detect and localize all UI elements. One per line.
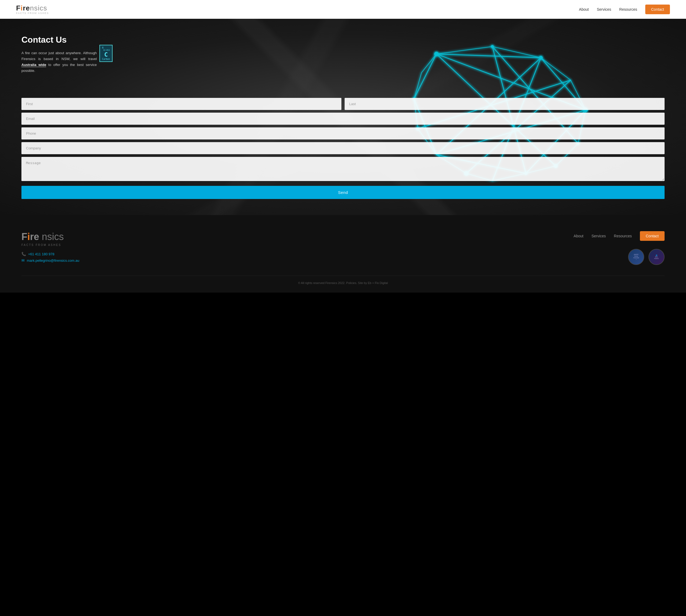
hero-section: Contact Us A fire can occur just about a… <box>0 19 686 215</box>
phone-icon: 📞 <box>21 252 26 256</box>
site-header: Firensics FACTS FROM ASHES About Service… <box>0 0 686 19</box>
company-row <box>21 142 665 154</box>
footer-nav-services[interactable]: Services <box>591 234 606 238</box>
footer-left: Fire nsics FACTS FROM ASHES 📞 +61 411 18… <box>21 231 79 265</box>
last-name-input[interactable] <box>345 98 665 110</box>
nav-about[interactable]: About <box>579 7 589 12</box>
hero-title: Contact Us <box>21 35 113 45</box>
phone-row <box>21 127 665 139</box>
footer-right: About Services Resources Contact ANZIFFS… <box>574 231 665 265</box>
footer-nav-contact-button[interactable]: Contact <box>640 231 665 241</box>
footer-phone-link[interactable]: +61 411 180 978 <box>28 252 54 256</box>
message-field <box>21 157 665 182</box>
footer-email-item: ✉ mark.pellegrino@firensics.com.au <box>21 258 79 263</box>
main-nav: About Services Resources Contact <box>579 4 670 14</box>
international-badge: 🌐INTLASSOC <box>648 249 665 265</box>
footer-bottom: © All rights reserved Firensics 2022. Po… <box>21 276 665 285</box>
carbon-element-badge: 6 12.011 C Carbon <box>99 45 113 62</box>
first-name-field <box>21 98 341 110</box>
footer-logo-fire: Fire <box>21 231 42 242</box>
nav-services[interactable]: Services <box>597 7 611 12</box>
footer-phone-item: 📞 +61 411 180 978 <box>21 252 79 256</box>
last-name-field <box>345 98 665 110</box>
footer-logo-nsics: nsics <box>42 231 64 242</box>
company-input[interactable] <box>21 142 665 154</box>
name-row <box>21 98 665 110</box>
footer-nav-resources[interactable]: Resources <box>614 234 632 238</box>
copyright-text: © All rights reserved Firensics 2022. Po… <box>298 281 388 285</box>
phone-input[interactable] <box>21 127 665 139</box>
email-row <box>21 113 665 125</box>
footer-top: Fire nsics FACTS FROM ASHES 📞 +61 411 18… <box>21 231 665 265</box>
first-name-input[interactable] <box>21 98 341 110</box>
message-textarea[interactable] <box>21 157 665 181</box>
hero-description: A fire can occur just about anywhere. Al… <box>21 50 97 74</box>
send-button[interactable]: Send <box>21 186 665 199</box>
email-field <box>21 113 665 125</box>
email-icon: ✉ <box>21 258 25 263</box>
logo-tagline: FACTS FROM ASHES <box>16 12 49 15</box>
footer-logo: Fire nsics FACTS FROM ASHES <box>21 231 79 246</box>
company-field <box>21 142 665 154</box>
email-input[interactable] <box>21 113 665 125</box>
phone-field <box>21 127 665 139</box>
nav-resources[interactable]: Resources <box>619 7 637 12</box>
site-footer: Fire nsics FACTS FROM ASHES 📞 +61 411 18… <box>0 215 686 292</box>
logo: Firensics FACTS FROM ASHES <box>16 4 49 15</box>
footer-nav-about[interactable]: About <box>574 234 584 238</box>
footer-tagline: FACTS FROM ASHES <box>21 243 79 246</box>
hero-content: Contact Us A fire can occur just about a… <box>0 19 134 98</box>
anziff-badge: ANZIFFSeniorAssociate☆ <box>628 249 644 265</box>
nav-contact-button[interactable]: Contact <box>645 4 670 14</box>
footer-nav: About Services Resources Contact <box>574 231 665 241</box>
footer-badges: ANZIFFSeniorAssociate☆ 🌐INTLASSOC <box>628 249 665 265</box>
footer-email-link[interactable]: mark.pellegrino@firensics.com.au <box>27 259 79 263</box>
footer-contact: 📞 +61 411 180 978 ✉ mark.pellegrino@fire… <box>21 252 79 263</box>
contact-form-section: Send <box>0 98 686 215</box>
message-row <box>21 157 665 182</box>
